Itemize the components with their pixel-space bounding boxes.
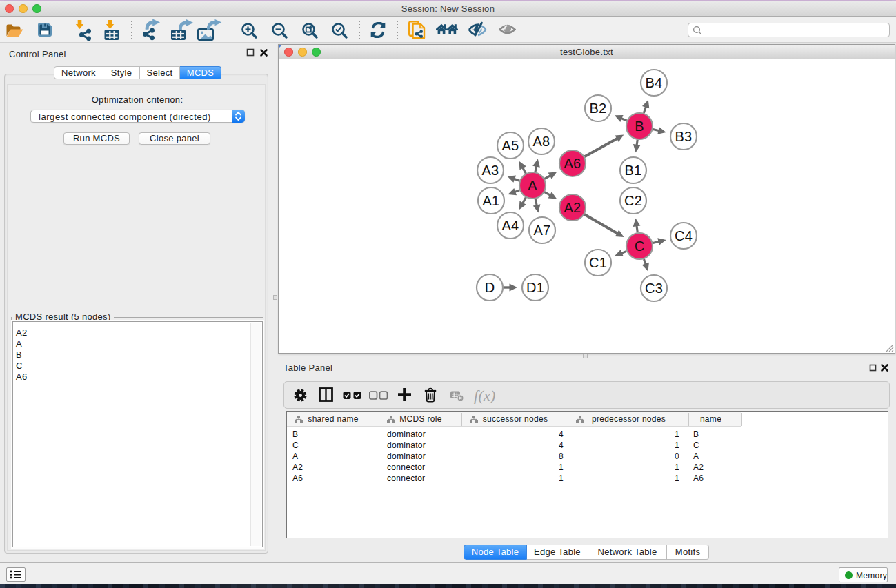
- svg-text:B4: B4: [645, 75, 662, 90]
- svg-text:A8: A8: [532, 134, 550, 149]
- svg-text:A1: A1: [482, 193, 499, 208]
- svg-text:A2: A2: [564, 200, 581, 215]
- svg-text:A3: A3: [481, 163, 499, 178]
- svg-text:C4: C4: [675, 228, 693, 243]
- svg-text:A: A: [528, 178, 537, 193]
- svg-text:C1: C1: [589, 255, 607, 270]
- svg-text:D: D: [485, 280, 495, 295]
- svg-text:A5: A5: [501, 138, 519, 153]
- svg-text:B3: B3: [675, 129, 692, 144]
- svg-text:C2: C2: [624, 193, 642, 208]
- svg-text:C3: C3: [645, 281, 663, 296]
- svg-text:A4: A4: [501, 218, 519, 233]
- svg-text:D1: D1: [526, 280, 544, 295]
- svg-text:A6: A6: [564, 156, 581, 171]
- svg-text:B: B: [635, 119, 644, 134]
- svg-text:B1: B1: [624, 163, 641, 178]
- svg-text:B2: B2: [589, 101, 606, 116]
- svg-text:C: C: [635, 239, 645, 254]
- svg-text:A7: A7: [533, 223, 550, 238]
